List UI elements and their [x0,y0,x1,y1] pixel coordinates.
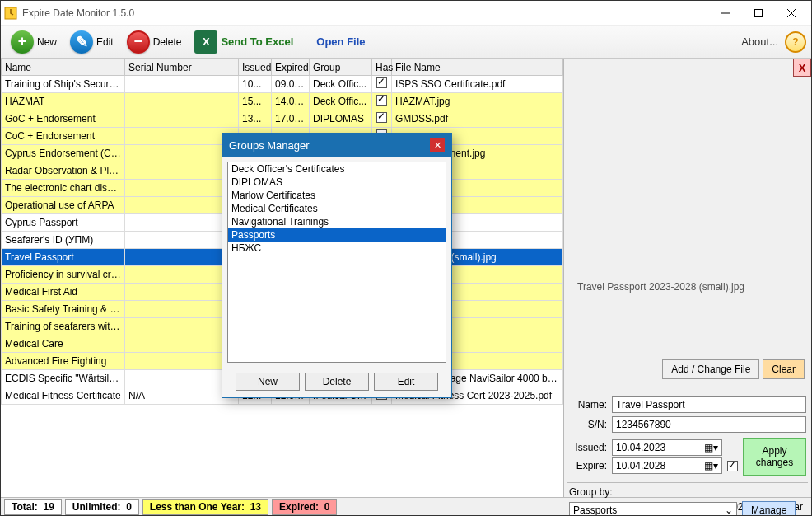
table-row[interactable]: GoC + Endorsement13...17.01...DIPLOMASGM… [2,110,563,128]
expire-date-input[interactable]: 10.04.2028▦▾ [612,457,722,474]
delete-button[interactable]: −Delete [122,29,187,55]
expire-label: Expire: [569,460,607,471]
table-row[interactable]: Training of Ship's Security O...10...09.… [2,76,563,93]
preview-filename: Travel Passport 2023-2028 (small).jpg [577,281,744,293]
svg-rect-2 [755,9,763,16]
send-to-excel-label: Send To Excel [221,35,293,48]
col-issued[interactable]: Issued [239,59,272,76]
clear-file-button[interactable]: Clear [763,359,805,379]
status-unlimited: Unlimited: 0 [65,499,139,515]
preview-area: Travel Passport 2023-2028 (small).jpg [567,62,808,293]
has-file-checkbox[interactable] [376,112,387,123]
window-close-button[interactable] [775,2,808,25]
has-file-checkbox[interactable] [376,77,387,88]
minus-icon: − [127,30,150,54]
manage-groups-button[interactable]: Manage [742,501,796,516]
col-expired[interactable]: Expired [272,59,310,76]
dialog-title: Groups Manager [229,139,310,152]
issued-date-input[interactable]: 10.04.2023▦▾ [612,439,722,456]
col-serial[interactable]: Serial Number [125,59,239,76]
col-file[interactable]: File Name [392,59,563,76]
app-icon [4,7,17,20]
calendar-icon: ▦▾ [704,460,718,471]
new-button[interactable]: +New [6,29,62,55]
details-pane: X Travel Passport 2023-2028 (small).jpg … [564,59,811,497]
group-by-value: Passports [573,504,617,516]
sn-input[interactable] [612,416,806,433]
list-item[interactable]: Navigational Trainings [228,215,446,228]
sn-label: S/N: [569,419,607,430]
pencil-icon: ✎ [70,30,93,54]
list-item[interactable]: DIPLOMAS [228,176,446,189]
edit-button[interactable]: ✎Edit [65,29,119,55]
table-row[interactable]: HAZMAT15...14.01...Deck Offic...HAZMAT.j… [2,93,563,110]
minimize-button[interactable] [709,2,742,25]
window-title: Expire Date Monitor 1.5.0 [22,7,134,19]
chevron-down-icon: ⌄ [725,504,733,516]
edit-button-label: Edit [96,36,114,48]
col-has[interactable]: Has [372,59,392,76]
group-by-combo[interactable]: Passports⌄ [569,502,737,516]
name-label: Name: [569,399,607,410]
apply-changes-button[interactable]: Apply changes [743,438,806,476]
delete-button-label: Delete [153,36,182,48]
status-expired: Expired: 0 [272,499,337,515]
dialog-edit-button[interactable]: Edit [374,373,438,391]
col-name[interactable]: Name [2,59,125,76]
dialog-new-button[interactable]: New [236,373,300,391]
issued-label: Issued: [569,442,607,453]
dialog-delete-button[interactable]: Delete [305,373,369,391]
titlebar: Expire Date Monitor 1.5.0 [1,1,811,26]
toolbar: +New ✎Edit −Delete XSend To Excel Open F… [1,26,811,59]
list-item[interactable]: Medical Certificates [228,202,446,215]
add-change-file-button[interactable]: Add / Change File [662,359,759,379]
maximize-button[interactable] [742,2,775,25]
has-file-checkbox[interactable] [376,95,387,106]
list-item[interactable]: НБЖС [228,242,446,255]
expire-date-value: 10.04.2028 [616,460,665,471]
name-input[interactable] [612,396,806,413]
group-by-label: Group by: [569,486,806,498]
list-item[interactable]: Marlow Certificates [228,189,446,202]
issued-date-value: 10.04.2023 [616,442,665,453]
about-button[interactable]: About... [741,35,778,48]
open-file-button[interactable]: Open File [311,34,370,49]
groups-manager-dialog: Groups Manager ✕ Deck Officer's Certific… [222,133,452,398]
status-total: Total: 19 [4,499,62,515]
groups-listbox[interactable]: Deck Officer's CertificatesDIPLOMASMarlo… [227,162,446,363]
new-button-label: New [37,36,57,48]
expire-enabled-checkbox[interactable] [727,461,738,471]
plus-icon: + [11,30,34,54]
excel-icon: X [194,30,217,54]
col-group[interactable]: Group [310,59,372,76]
send-to-excel-button[interactable]: XSend To Excel [189,29,298,55]
help-icon[interactable]: ? [785,31,806,53]
dialog-close-button[interactable]: ✕ [430,138,445,152]
list-item[interactable]: Deck Officer's Certificates [228,162,446,176]
status-less-than-year: Less than One Year: 13 [142,499,268,515]
calendar-icon: ▦▾ [704,442,718,453]
list-item[interactable]: Passports [228,228,446,242]
